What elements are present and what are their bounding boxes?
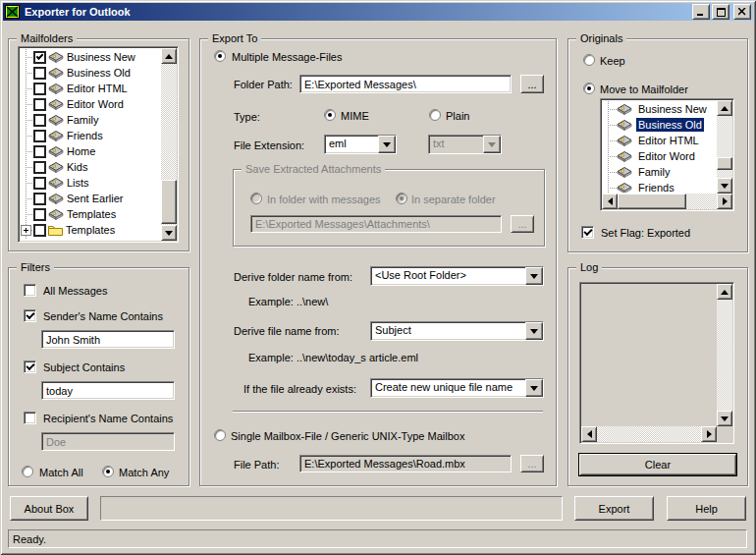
type-plain-radio[interactable]: [429, 109, 441, 121]
section-separator: [233, 411, 543, 413]
scroll-up-button[interactable]: [161, 48, 177, 64]
dialog-window: Exporter for Outlook Mailfolders Busines…: [0, 0, 756, 555]
scroll-up-button[interactable]: [717, 100, 732, 116]
match-any-radio[interactable]: [102, 466, 114, 477]
single-mailbox-label: Single Mailbox-File / Generic UNIX-Type …: [231, 430, 464, 443]
folder-checkbox[interactable]: [33, 224, 46, 237]
folder-checkbox[interactable]: [33, 130, 46, 142]
all-messages-label: All Messages: [43, 285, 107, 298]
if-exists-combobox[interactable]: Create new unique file name: [370, 378, 544, 398]
folder-label: Business New: [636, 102, 709, 116]
folder-checkbox[interactable]: [33, 51, 46, 64]
help-button[interactable]: Help: [667, 496, 746, 521]
folder-checkbox[interactable]: [33, 240, 46, 241]
combo-dropdown-button[interactable]: [525, 322, 543, 340]
recipient-contains-checkbox[interactable]: [24, 412, 36, 424]
clear-log-button[interactable]: Clear: [579, 454, 736, 475]
scrollbar-thumb[interactable]: [618, 194, 686, 209]
mail-folder-icon: [48, 178, 64, 189]
originals-hscrollbar[interactable]: [602, 194, 732, 209]
mailfolder-tree-item[interactable]: Kids: [21, 159, 160, 175]
combo-dropdown-button[interactable]: [378, 136, 396, 153]
scroll-left-button[interactable]: [602, 194, 618, 209]
export-button[interactable]: Export: [574, 496, 654, 521]
mail-folder-icon: [48, 68, 64, 79]
mailfolders-group: Mailfolders Business NewBusiness OldEdit…: [8, 38, 189, 251]
mailfolders-tree[interactable]: Business NewBusiness OldEditor HTMLEdito…: [18, 46, 179, 243]
mailfolder-tree-item[interactable]: Sent Earlier: [21, 191, 160, 206]
set-flag-exported-checkbox[interactable]: [581, 226, 594, 239]
folder-checkbox[interactable]: [33, 161, 46, 174]
window-title: Exporter for Outlook: [25, 6, 692, 18]
folder-checkbox[interactable]: [33, 193, 46, 205]
scrollbar-thumb[interactable]: [717, 157, 732, 170]
folder-checkbox[interactable]: [33, 177, 46, 190]
log-textarea[interactable]: [579, 282, 734, 444]
single-mailbox-radio[interactable]: [214, 429, 226, 441]
mailfolder-tree-item[interactable]: Business Old: [21, 65, 160, 81]
mailfolder-tree-item[interactable]: Templates: [21, 222, 160, 238]
mailfolder-tree-item[interactable]: Lists: [21, 175, 160, 191]
folder-checkbox[interactable]: [33, 67, 46, 80]
all-messages-checkbox[interactable]: [24, 284, 36, 297]
type-mime-radio[interactable]: [324, 109, 336, 121]
mailfolder-tree-item[interactable]: Editor Word: [21, 96, 160, 112]
close-button[interactable]: [733, 4, 751, 20]
originals-list-item[interactable]: Family: [603, 164, 716, 180]
originals-list-item[interactable]: Editor Word: [603, 148, 716, 164]
subject-contains-input[interactable]: [41, 381, 175, 400]
mailfolder-tree-item[interactable]: Business New: [21, 49, 160, 65]
scroll-down-button[interactable]: [717, 178, 732, 194]
mailfolder-tree-item[interactable]: Editor HTML: [21, 81, 160, 96]
triangle-down-icon: [721, 184, 729, 193]
folder-checkbox[interactable]: [33, 114, 46, 127]
derive-folder-combobox[interactable]: <Use Root Folder>: [370, 266, 544, 286]
folder-checkbox[interactable]: [33, 208, 46, 221]
mailfolder-tree-item[interactable]: Family: [21, 112, 160, 128]
folder-label: Friends: [67, 130, 103, 141]
multiple-message-files-radio[interactable]: [214, 50, 226, 62]
minimize-button[interactable]: [692, 4, 710, 20]
mailfolder-tree-item[interactable]: Friends: [21, 128, 160, 143]
match-all-radio[interactable]: [22, 466, 33, 477]
scrollbar-thumb[interactable]: [161, 180, 177, 224]
folder-path-input[interactable]: [299, 75, 512, 93]
mail-folder-icon: [617, 104, 632, 115]
scroll-right-button[interactable]: [717, 194, 732, 209]
originals-list-item[interactable]: Editor HTML: [603, 133, 716, 148]
if-exists-label: If the file already exists:: [243, 383, 356, 396]
triangle-up-icon: [721, 286, 729, 295]
folder-checkbox[interactable]: [33, 145, 46, 158]
chevron-down-icon: [530, 274, 538, 283]
originals-folder-list[interactable]: Business NewBusiness OldEditor HTMLEdito…: [600, 98, 734, 211]
derive-file-combobox[interactable]: Subject: [370, 321, 544, 341]
originals-list-item[interactable]: Business New: [603, 101, 716, 117]
type-plain-label: Plain: [446, 110, 469, 123]
mailfolders-group-label: Mailfolders: [17, 31, 77, 45]
multiple-message-files-label: Multiple Message-Files: [232, 51, 342, 64]
titlebar[interactable]: Exporter for Outlook: [3, 3, 753, 21]
mailfolder-tree-item[interactable]: Home: [21, 143, 160, 159]
sender-contains-checkbox[interactable]: [24, 309, 36, 322]
subject-contains-checkbox[interactable]: [24, 361, 36, 373]
sender-contains-input[interactable]: [41, 330, 175, 349]
about-box-button[interactable]: About Box: [10, 496, 88, 521]
mailfolder-tree-item[interactable]: Travel: [21, 238, 160, 240]
folder-label: Home: [67, 145, 95, 157]
expand-plus-icon[interactable]: [21, 225, 31, 236]
mailfolders-vscrollbar[interactable]: [161, 48, 177, 241]
originals-list-item[interactable]: Business Old: [603, 117, 716, 133]
combo-dropdown-button[interactable]: [525, 267, 543, 285]
combo-dropdown-button[interactable]: [525, 379, 543, 397]
mime-extension-combobox[interactable]: eml: [324, 135, 397, 154]
scroll-down-button[interactable]: [161, 225, 177, 241]
originals-list-item[interactable]: Friends: [603, 180, 716, 193]
keep-radio[interactable]: [583, 54, 595, 66]
folder-path-browse-button[interactable]: ...: [520, 75, 544, 93]
mailfolder-tree-item[interactable]: Templates: [21, 206, 160, 222]
move-to-mailfolder-radio[interactable]: [583, 83, 595, 94]
folder-checkbox[interactable]: [33, 98, 46, 111]
folder-checkbox[interactable]: [33, 83, 46, 95]
originals-vscrollbar[interactable]: [717, 100, 732, 194]
maximize-button[interactable]: [712, 4, 729, 20]
